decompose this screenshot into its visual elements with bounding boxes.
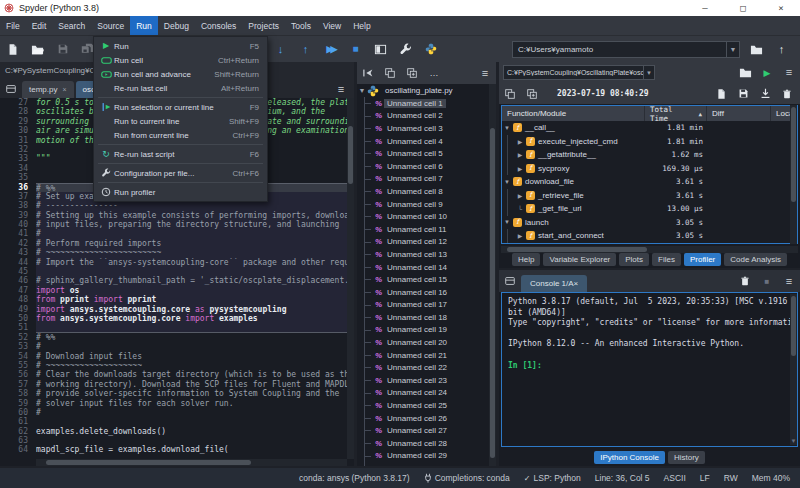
chevron-icon[interactable]: ▶ [515, 151, 525, 158]
select-file-icon[interactable] [734, 64, 756, 82]
chevron-icon[interactable]: ▼ [502, 219, 512, 225]
tree-leaf-icon[interactable]: └ [515, 206, 525, 212]
profiler-row[interactable]: ▼fdownload_file3.61 s [502, 175, 797, 189]
tab-history[interactable]: History [668, 451, 705, 464]
outline-root[interactable]: ▼oscillating_plate.py [357, 84, 489, 97]
step-down-icon[interactable]: ↓ [268, 38, 293, 60]
outline-cell[interactable]: %Unnamed cell 22 [357, 361, 489, 374]
outline-cell[interactable]: %Unnamed cell 3 [357, 122, 489, 135]
outline-cell[interactable]: %Unnamed cell 20 [357, 336, 489, 349]
menu-item-run-profiler[interactable]: Run profiler [94, 185, 267, 199]
expand-one-level-icon[interactable] [521, 85, 543, 103]
profiler-row[interactable]: ▶fexecute_injected_cmd1.81 min [502, 135, 797, 149]
collapse-all-icon[interactable] [379, 64, 401, 82]
outline-cell[interactable]: %Unnamed cell 28 [357, 437, 489, 450]
outline-cell[interactable]: %Unnamed cell 10 [357, 210, 489, 223]
menu-item-run-to-current-line[interactable]: Run to current lineShift+F9 [94, 114, 267, 128]
editor-horizontal-scrollbar[interactable] [36, 459, 347, 466]
profiler-row[interactable]: ▶fsycproxy169.30 μs [502, 162, 797, 176]
outline-cell[interactable]: %Unnamed cell 4 [357, 135, 489, 148]
interrupt-kernel-icon[interactable]: ■ [756, 272, 778, 290]
menu-item-run-selection-or-current-line[interactable]: Run selection or current lineF9 [94, 100, 267, 114]
remove-variables-icon[interactable] [734, 272, 756, 290]
tab-ipython-console[interactable]: IPython Console [594, 451, 665, 464]
chevron-down-icon[interactable]: ▼ [357, 87, 367, 94]
profiler-row[interactable]: ▶fstart_and_connect3.05 s [502, 229, 797, 243]
profiler-table-header[interactable]: Function/ModuleTotal Time▲DiffLocal Time [502, 106, 797, 121]
outline-options-icon[interactable]: ≡ [474, 64, 496, 82]
go-to-cursor-icon[interactable] [357, 64, 379, 82]
browse-tabs-icon[interactable] [499, 272, 521, 290]
new-file-icon[interactable] [0, 38, 25, 60]
outline-cell[interactable]: %Unnamed cell 25 [357, 399, 489, 412]
profiler-row[interactable]: └f_get_file_url13.00 μs [502, 202, 797, 216]
column-header-diff[interactable]: Diff [707, 106, 771, 121]
outline-cell[interactable]: %Unnamed cell 16 [357, 286, 489, 299]
scroll-down-arrow-icon[interactable]: ▼ [790, 438, 797, 444]
maximize-button[interactable]: □ [724, 0, 762, 16]
menu-item-run-cell[interactable]: Run cellCtrl+Return [94, 53, 267, 67]
chevron-icon[interactable]: ▼ [502, 125, 512, 131]
chevron-icon[interactable]: ▶ [515, 165, 525, 172]
run-profiler-icon[interactable]: ▶ [756, 64, 778, 82]
profiler-row[interactable]: ▶f_retrieve_file3.61 s [502, 189, 797, 203]
chevron-icon[interactable]: ▼ [502, 179, 512, 185]
profiler-file-combo[interactable]: C:¥PySystemCoupling¥OscillatingPlate¥osc… [503, 65, 655, 80]
chevron-down-icon[interactable]: ▼ [726, 42, 739, 57]
column-header-total-time[interactable]: Total Time▲ [645, 106, 707, 121]
editor-vertical-scrollbar[interactable] [347, 98, 354, 459]
menu-item-re-run-last-cell[interactable]: Re-run last cellAlt+Return [94, 81, 267, 95]
chevron-icon[interactable]: ▶ [515, 138, 525, 145]
menu-edit[interactable]: Edit [26, 16, 53, 35]
outline-cell[interactable]: %Unnamed cell 26 [357, 412, 489, 425]
outline-cell[interactable]: %Unnamed cell 11 [357, 223, 489, 236]
clear-comparison-icon[interactable] [776, 85, 798, 103]
continue-icon[interactable]: ▶▶ [318, 38, 343, 60]
chevron-down-icon[interactable]: ▼ [643, 66, 654, 79]
stop-icon[interactable]: ■ [343, 38, 368, 60]
outline-cell[interactable]: %Unnamed cell 23 [357, 374, 489, 387]
menu-debug[interactable]: Debug [158, 16, 195, 35]
close-icon[interactable]: × [62, 86, 66, 93]
menu-view[interactable]: View [317, 16, 347, 35]
outline-cell[interactable]: %Unnamed cell 7 [357, 173, 489, 186]
outline-cell[interactable]: %Unnamed cell 12 [357, 236, 489, 249]
minimize-button[interactable]: – [686, 0, 724, 16]
outline-cell[interactable]: %Unnamed cell 19 [357, 324, 489, 337]
tab-code-analysis[interactable]: Code Analysis [724, 253, 787, 266]
outline-cell[interactable]: %Unnamed cell 6 [357, 160, 489, 173]
preferences-icon[interactable] [393, 38, 418, 60]
outline-cell[interactable]: %Unnamed cell 17 [357, 299, 489, 312]
browse-tabs-icon[interactable] [0, 80, 22, 98]
outline-cell[interactable]: %Unnamed cell 29 [357, 450, 489, 463]
console-options-icon[interactable]: ≡ [778, 272, 800, 290]
menu-consoles[interactable]: Consoles [195, 16, 242, 35]
menu-file[interactable]: File [0, 16, 26, 35]
menu-item-run[interactable]: ▶RunF5 [94, 39, 267, 53]
maximize-pane-icon[interactable] [368, 38, 393, 60]
outline-cell[interactable]: %Unnamed cell 24 [357, 387, 489, 400]
editor-tab-temp.py[interactable]: temp.py× [22, 81, 74, 98]
menu-item-run-cell-and-advance[interactable]: Run cell and advanceShift+Return [94, 67, 267, 81]
outline-cell[interactable]: %Unnamed cell 13 [357, 248, 489, 261]
profiler-row[interactable]: ▶f__getattribute__1.62 ms [502, 148, 797, 162]
step-up-icon[interactable]: ↑ [293, 38, 318, 60]
tab-plots[interactable]: Plots [619, 253, 649, 266]
more-options-icon[interactable]: … [423, 64, 445, 82]
profiler-vertical-scrollbar[interactable] [790, 105, 797, 244]
outline-cell[interactable]: %Unnamed cell 21 [357, 349, 489, 362]
chevron-icon[interactable]: ▶ [515, 232, 525, 239]
tab-variable-explorer[interactable]: Variable Explorer [543, 253, 616, 266]
profiler-options-icon[interactable]: ≡ [778, 64, 800, 82]
expand-all-icon[interactable] [401, 64, 423, 82]
ipython-console[interactable]: Python 3.8.17 (default, Jul 5 2023, 20:3… [501, 292, 798, 447]
show-output-icon[interactable] [710, 85, 732, 103]
menu-item-re-run-last-script[interactable]: ↻Re-run last scriptF6 [94, 147, 267, 161]
outline-cell[interactable]: %Unnamed cell 5 [357, 147, 489, 160]
load-data-icon[interactable] [754, 85, 776, 103]
outline-cell[interactable]: %Unnamed cell 15 [357, 273, 489, 286]
console-vertical-scrollbar[interactable]: ▼ [790, 294, 797, 445]
menu-source[interactable]: Source [91, 16, 130, 35]
save-data-icon[interactable] [732, 85, 754, 103]
outline-cell[interactable]: %Unnamed cell 30 [357, 462, 489, 466]
